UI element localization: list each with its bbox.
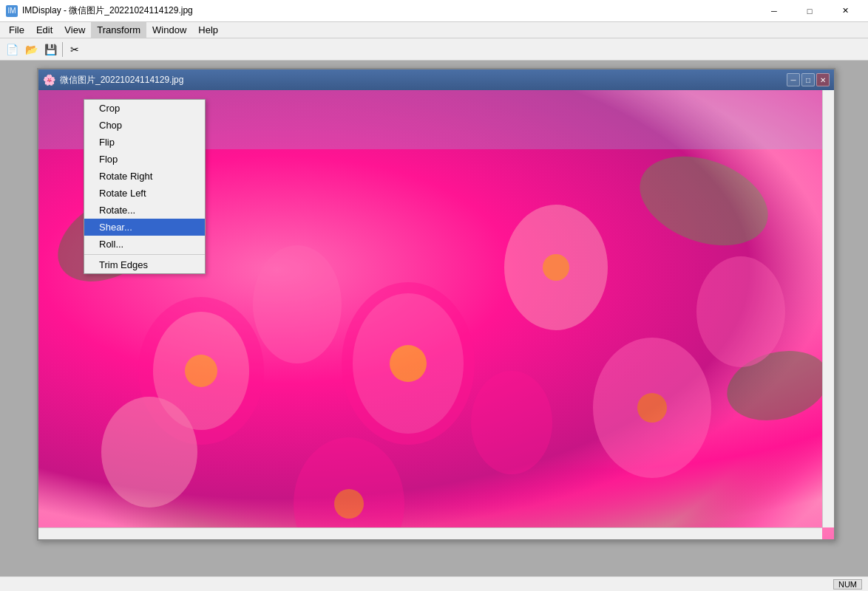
menu-item-flop[interactable]: Flop bbox=[84, 151, 205, 168]
vertical-scrollbar[interactable] bbox=[822, 90, 834, 527]
menu-item-rotate-right[interactable]: Rotate Right bbox=[84, 168, 205, 185]
save-button[interactable]: 💾 bbox=[41, 41, 59, 58]
svg-point-18 bbox=[101, 397, 197, 508]
menu-item-roll[interactable]: Roll... bbox=[84, 236, 205, 253]
svg-point-17 bbox=[471, 371, 552, 474]
menu-item-crop[interactable]: Crop bbox=[84, 100, 205, 117]
svg-point-13 bbox=[628, 140, 781, 262]
open-button[interactable]: 📂 bbox=[22, 41, 40, 58]
num-lock-indicator: NUM bbox=[833, 579, 862, 590]
image-minimize-button[interactable]: ─ bbox=[787, 73, 800, 86]
maximize-button[interactable]: □ bbox=[793, 0, 827, 22]
menu-window[interactable]: Window bbox=[146, 22, 192, 38]
minimize-button[interactable]: ─ bbox=[757, 0, 791, 22]
main-content: 🌸 微信图片_20221024114129.jpg ─ □ ✕ bbox=[0, 61, 868, 591]
close-button[interactable]: ✕ bbox=[828, 0, 862, 22]
title-bar: IM IMDisplay - 微信图片_20221024114129.jpg ─… bbox=[0, 0, 868, 22]
menu-bar: File Edit View Transform Window Help bbox=[0, 22, 868, 38]
app-icon: IM bbox=[6, 5, 18, 17]
menu-view[interactable]: View bbox=[58, 22, 91, 38]
image-window-icon: 🌸 bbox=[43, 74, 55, 86]
menu-item-chop[interactable]: Chop bbox=[84, 117, 205, 134]
menu-transform[interactable]: Transform bbox=[91, 22, 146, 38]
toolbar-separator bbox=[62, 42, 63, 57]
svg-point-7 bbox=[637, 393, 667, 423]
image-window-title-text: 微信图片_20221024114129.jpg bbox=[60, 74, 183, 86]
menu-item-shear[interactable]: Shear... bbox=[84, 219, 205, 236]
image-window-controls: ─ □ ✕ bbox=[787, 73, 830, 86]
image-maximize-button[interactable]: □ bbox=[801, 73, 815, 86]
transform-dropdown-menu: Crop Chop Flip Flop Rotate Right Rotate … bbox=[84, 99, 206, 274]
menu-item-rotate[interactable]: Rotate... bbox=[84, 202, 205, 219]
image-window-title: 🌸 微信图片_20221024114129.jpg bbox=[43, 74, 183, 86]
menu-item-flip[interactable]: Flip bbox=[84, 134, 205, 151]
toolbar: 📄 📂 💾 ✂ bbox=[0, 38, 868, 61]
menu-item-trim-edges[interactable]: Trim Edges bbox=[84, 256, 205, 273]
title-controls: ─ □ ✕ bbox=[757, 0, 862, 22]
menu-edit[interactable]: Edit bbox=[30, 22, 58, 38]
title-text: IMDisplay - 微信图片_20221024114129.jpg bbox=[22, 4, 193, 17]
menu-item-rotate-left[interactable]: Rotate Left bbox=[84, 185, 205, 202]
menu-help[interactable]: Help bbox=[192, 22, 224, 38]
menu-file[interactable]: File bbox=[3, 22, 30, 38]
svg-point-5 bbox=[185, 355, 217, 387]
title-bar-left: IM IMDisplay - 微信图片_20221024114129.jpg bbox=[6, 4, 193, 17]
new-button[interactable]: 📄 bbox=[3, 41, 21, 58]
image-close-button[interactable]: ✕ bbox=[816, 73, 830, 86]
cut-button[interactable]: ✂ bbox=[66, 41, 84, 58]
svg-point-11 bbox=[334, 489, 364, 519]
svg-point-10 bbox=[294, 437, 404, 539]
svg-point-16 bbox=[253, 245, 342, 363]
image-window-titlebar: 🌸 微信图片_20221024114129.jpg ─ □ ✕ bbox=[38, 69, 834, 90]
svg-point-2 bbox=[390, 345, 427, 382]
status-bar: NUM bbox=[0, 576, 868, 591]
svg-point-19 bbox=[696, 256, 785, 367]
svg-point-9 bbox=[543, 254, 569, 281]
horizontal-scrollbar[interactable] bbox=[38, 527, 822, 539]
menu-separator bbox=[84, 254, 205, 255]
